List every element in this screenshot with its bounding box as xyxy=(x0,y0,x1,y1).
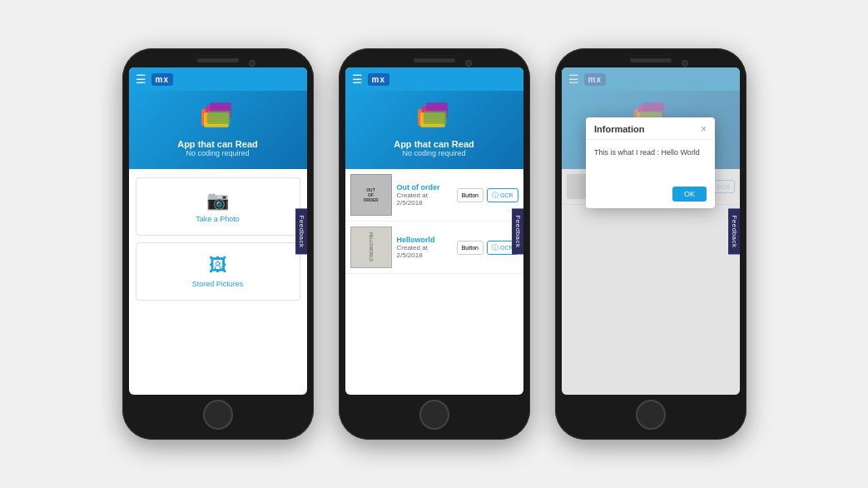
picture-thumb-1: OUTOFORDER xyxy=(350,174,392,216)
phone-2-screen: ☰ mx App that can Read No coding require… xyxy=(345,67,523,395)
phone-3: ☰ mx App that can Read No coding require… xyxy=(555,48,746,440)
app-logo-1: mx xyxy=(151,73,173,86)
feedback-tab-1[interactable]: Feedback xyxy=(295,208,306,254)
dialog-body: This is what I read : Hello World xyxy=(586,140,715,182)
ocr-label-1: OCR xyxy=(500,192,513,198)
phone-camera-1 xyxy=(249,60,255,67)
app-logo-2: mx xyxy=(368,73,389,86)
picture-actions-2: Button ⓘ OCR xyxy=(457,241,518,255)
stored-pictures-label: Stored Pictures xyxy=(192,280,244,288)
hero-image-2 xyxy=(414,101,455,134)
list-item: HELLOWORLD Helloworld Created at 2/5/201… xyxy=(345,222,523,274)
menu-icon-1[interactable]: ☰ xyxy=(136,72,146,86)
picture-list: OUTOFORDER Out of order Created at 2/5/2… xyxy=(345,169,523,274)
ok-button[interactable]: OK xyxy=(672,187,707,202)
hero-subtitle-2: No coding required xyxy=(402,149,465,157)
hero-title-1: App that can Read xyxy=(177,139,258,149)
main-content-2: OUTOFORDER Out of order Created at 2/5/2… xyxy=(345,169,523,395)
ocr-icon-2: ⓘ xyxy=(492,243,498,252)
camera-icon: 📷 xyxy=(206,190,229,212)
phone-speaker-1 xyxy=(197,58,239,62)
dialog-title: Information xyxy=(594,124,645,134)
svg-rect-4 xyxy=(207,111,231,124)
information-dialog: Information × This is what I read : Hell… xyxy=(586,117,715,208)
dialog-header: Information × xyxy=(586,117,715,140)
picture-actions-1: Button ⓘ OCR xyxy=(457,188,518,202)
home-button-3[interactable] xyxy=(636,400,666,430)
dialog-message: This is what I read : Hello World xyxy=(594,148,700,157)
ocr-button-1[interactable]: ⓘ OCR xyxy=(487,188,518,202)
picture-name-2: Helloworld xyxy=(397,236,452,244)
ocr-icon-1: ⓘ xyxy=(492,191,498,200)
action-buttons: 📷 Take a Photo 🖼 Stored Pictures xyxy=(129,169,307,309)
hero-image-1 xyxy=(197,101,239,134)
button-1[interactable]: Button xyxy=(457,188,484,202)
home-button-1[interactable] xyxy=(203,400,233,430)
picture-thumb-2: HELLOWORLD xyxy=(350,227,392,268)
close-icon[interactable]: × xyxy=(701,124,707,134)
phone-2: ☰ mx App that can Read No coding require… xyxy=(339,48,530,440)
feedback-tab-3[interactable]: Feedback xyxy=(728,208,739,254)
svg-rect-9 xyxy=(424,111,447,124)
phone-3-screen: ☰ mx App that can Read No coding require… xyxy=(562,67,740,395)
phone-speaker-2 xyxy=(414,58,455,62)
picture-date-1: Created at 2/5/2018 xyxy=(397,192,452,207)
hero-subtitle-1: No coding required xyxy=(186,149,249,157)
hero-section-2: App that can Read No coding required xyxy=(345,91,523,169)
app-header-1: ☰ mx xyxy=(129,67,307,91)
main-content-1: 📷 Take a Photo 🖼 Stored Pictures xyxy=(129,169,307,395)
hero-section-1: App that can Read No coding required xyxy=(129,91,307,169)
picture-name-1: Out of order xyxy=(397,183,452,192)
phone-speaker-3 xyxy=(630,58,672,62)
take-photo-card[interactable]: 📷 Take a Photo xyxy=(136,177,300,236)
home-button-2[interactable] xyxy=(419,400,449,430)
phone-camera-3 xyxy=(682,60,688,67)
feedback-tab-2[interactable]: Feedback xyxy=(512,208,523,254)
menu-icon-2[interactable]: ☰ xyxy=(352,72,363,86)
picture-info-2: Helloworld Created at 2/5/2018 xyxy=(397,236,452,259)
phone-1: ☰ mx App that can Read No coding require… xyxy=(122,48,314,440)
stored-pictures-card[interactable]: 🖼 Stored Pictures xyxy=(136,242,300,301)
hero-title-2: App that can Read xyxy=(394,139,474,149)
dialog-footer: OK xyxy=(586,182,715,208)
button-2[interactable]: Button xyxy=(457,241,484,255)
take-photo-label: Take a Photo xyxy=(196,215,240,223)
gallery-icon: 🖼 xyxy=(209,255,227,276)
list-item: OUTOFORDER Out of order Created at 2/5/2… xyxy=(345,169,523,222)
app-header-2: ☰ mx xyxy=(345,67,523,91)
phone-1-screen: ☰ mx App that can Read No coding require… xyxy=(129,67,307,395)
phone-camera-2 xyxy=(465,60,472,67)
picture-info-1: Out of order Created at 2/5/2018 xyxy=(397,183,452,207)
picture-date-2: Created at 2/5/2018 xyxy=(397,244,452,259)
screen-overlay: Information × This is what I read : Hell… xyxy=(562,67,740,395)
phones-container: ☰ mx App that can Read No coding require… xyxy=(106,32,763,456)
